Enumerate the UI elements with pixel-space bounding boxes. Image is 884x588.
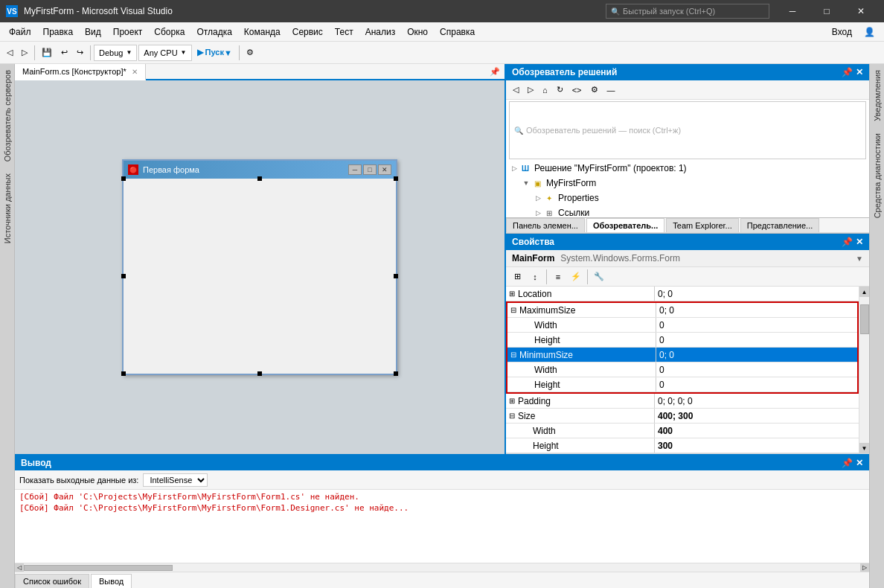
- handle-bot-left[interactable]: [121, 371, 126, 376]
- prop-tb-alphabetical[interactable]: ↕: [527, 269, 543, 284]
- quick-launch-box[interactable]: 🔍 Быстрый запуск (Ctrl+Q): [606, 4, 769, 19]
- expand-icon-refs[interactable]: ▷: [533, 208, 543, 217]
- menu-edit[interactable]: Правка: [37, 25, 80, 39]
- hscroll-thumb[interactable]: [24, 565, 173, 571]
- pin-icon[interactable]: 📌: [842, 67, 853, 77]
- scroll-thumb[interactable]: [860, 304, 869, 334]
- form-window[interactable]: 🔴 Первая форма ─ □ ✕: [122, 159, 397, 375]
- expand-location[interactable]: ⊞: [509, 290, 515, 298]
- expand-minsize[interactable]: ⊟: [510, 351, 516, 359]
- prop-name-padding[interactable]: ⊞ Padding: [506, 394, 655, 408]
- hscroll-track[interactable]: [24, 565, 860, 571]
- handle-bot-mid[interactable]: [257, 371, 262, 376]
- designer-tab-pin[interactable]: 📌: [485, 65, 505, 78]
- designer-tab-close[interactable]: ✕: [132, 68, 138, 76]
- handle-mid-right[interactable]: [394, 274, 398, 278]
- sol-back[interactable]: ◁: [509, 81, 522, 99]
- prop-tb-events[interactable]: ⚡: [568, 269, 584, 284]
- prop-row-padding[interactable]: ⊞ Padding 0; 0; 0; 0: [506, 394, 859, 409]
- menu-help[interactable]: Справка: [434, 25, 481, 39]
- prop-row-maxsize-height[interactable]: Height 0: [507, 333, 857, 348]
- tab-solution-explorer[interactable]: Обозреватель...: [586, 218, 664, 232]
- run-button[interactable]: ▶ Пуск ▼: [193, 44, 236, 62]
- close-prop-btn[interactable]: ✕: [856, 237, 863, 247]
- toolbar-redo[interactable]: ↪: [73, 44, 87, 62]
- toolbar-back[interactable]: ◁: [3, 44, 16, 62]
- scroll-up-btn[interactable]: ▲: [859, 287, 870, 297]
- sol-code[interactable]: <>: [568, 81, 586, 99]
- tree-item-project[interactable]: ▼ ▣ MyFirstForm: [506, 176, 869, 191]
- tab-output[interactable]: Вывод: [91, 574, 132, 588]
- menu-window[interactable]: Окно: [401, 25, 434, 39]
- designer-content[interactable]: 🔴 Первая форма ─ □ ✕: [15, 80, 505, 454]
- prop-row-maxsize-width[interactable]: Width 0: [507, 318, 857, 333]
- sol-refresh[interactable]: ↻: [553, 81, 567, 99]
- menu-team[interactable]: Команда: [238, 25, 286, 39]
- minimize-button[interactable]: ─: [775, 0, 810, 22]
- sidebar-tab-diagnostics[interactable]: Средства диагностики: [871, 127, 883, 224]
- prop-name-maxsize[interactable]: ⊟ MaximumSize: [507, 303, 656, 317]
- toolbar-undo[interactable]: ↩: [57, 44, 71, 62]
- close-button[interactable]: ✕: [844, 0, 878, 22]
- designer-tab[interactable]: MainForm.cs [Конструктор]* ✕: [15, 64, 146, 80]
- tab-panel-elements[interactable]: Панель элемен...: [506, 218, 585, 232]
- menu-analyze[interactable]: Анализ: [359, 25, 402, 39]
- form-close-btn[interactable]: ✕: [378, 164, 391, 175]
- expand-icon-solution[interactable]: ▷: [509, 163, 519, 173]
- handle-bot-right[interactable]: [394, 371, 398, 376]
- account-icon[interactable]: 👤: [858, 25, 881, 39]
- form-maximize-btn[interactable]: □: [363, 164, 377, 175]
- sol-home[interactable]: ⌂: [539, 81, 551, 99]
- handle-top-mid[interactable]: [257, 176, 262, 181]
- tab-team-explorer[interactable]: Team Explorer...: [666, 218, 738, 232]
- prop-row-maxsize[interactable]: ⊟ MaximumSize 0; 0: [507, 303, 857, 318]
- expand-icon-props[interactable]: ▷: [533, 193, 543, 203]
- pin-output-icon[interactable]: 📌: [842, 458, 853, 468]
- menu-project[interactable]: Проект: [107, 25, 149, 39]
- toolbar-forward[interactable]: ▷: [18, 44, 31, 62]
- tab-error-list[interactable]: Список ошибок: [15, 574, 89, 588]
- hscroll-left-btn[interactable]: ◁: [15, 563, 24, 572]
- close-solution-btn[interactable]: ✕: [856, 67, 863, 77]
- menu-build[interactable]: Сборка: [148, 25, 190, 39]
- prop-name-location[interactable]: ⊞ Location: [506, 287, 655, 301]
- output-source-dropdown[interactable]: IntelliSense: [143, 473, 208, 487]
- menu-view[interactable]: Вид: [79, 25, 107, 39]
- expand-icon-project[interactable]: ▼: [521, 178, 531, 188]
- prop-tb-categorized[interactable]: ⊞: [509, 269, 525, 284]
- sol-more[interactable]: —: [603, 81, 619, 99]
- menu-debug[interactable]: Отладка: [190, 25, 237, 39]
- prop-row-minsize-height[interactable]: Height 0: [507, 377, 857, 392]
- output-hscrollbar[interactable]: ◁ ▷: [15, 563, 869, 572]
- platform-dropdown[interactable]: Any CPU ▼: [138, 45, 191, 61]
- prop-row-size-height[interactable]: Height 300: [506, 438, 859, 453]
- sidebar-tab-datasources[interactable]: Источники данных: [1, 167, 13, 249]
- prop-object-dropdown[interactable]: ▼: [856, 255, 863, 263]
- hscroll-right-btn[interactable]: ▷: [860, 563, 869, 572]
- sol-settings[interactable]: ⚙: [587, 81, 602, 99]
- expand-size[interactable]: ⊟: [509, 412, 515, 420]
- form-minimize-btn[interactable]: ─: [348, 164, 362, 175]
- maximize-button[interactable]: □: [810, 0, 844, 22]
- expand-padding[interactable]: ⊞: [509, 397, 515, 405]
- tree-item-properties[interactable]: ▷ ✦ Properties: [506, 191, 869, 205]
- prop-name-size[interactable]: ⊟ Size: [506, 409, 655, 423]
- scroll-down-btn[interactable]: ▼: [859, 443, 870, 453]
- tree-item-refs[interactable]: ▷ ⊞ Ссылки: [506, 205, 869, 217]
- sidebar-tab-notifications[interactable]: Уведомления: [871, 64, 883, 127]
- prop-row-location[interactable]: ⊞ Location 0; 0: [506, 287, 859, 301]
- toolbar-save-all[interactable]: 💾: [38, 44, 56, 62]
- tab-class-view[interactable]: Представление...: [740, 218, 819, 232]
- menu-tools[interactable]: Сервис: [286, 25, 329, 39]
- tree-item-solution[interactable]: ▷ Ш Решение "MyFirstForm" (проектов: 1): [506, 161, 869, 176]
- prop-scrollbar[interactable]: ▲ ▼: [859, 287, 869, 453]
- expand-maxsize[interactable]: ⊟: [510, 306, 516, 314]
- sidebar-tab-servers[interactable]: Обозреватель серверов: [1, 64, 13, 167]
- sol-forward[interactable]: ▷: [524, 81, 537, 99]
- handle-top-left[interactable]: [121, 176, 126, 181]
- toolbar-extra[interactable]: ⚙: [243, 44, 257, 62]
- handle-mid-left[interactable]: [121, 274, 126, 278]
- login-label[interactable]: Вход: [826, 25, 858, 39]
- scroll-track[interactable]: [859, 297, 869, 443]
- debug-mode-dropdown[interactable]: Debug ▼: [94, 45, 137, 61]
